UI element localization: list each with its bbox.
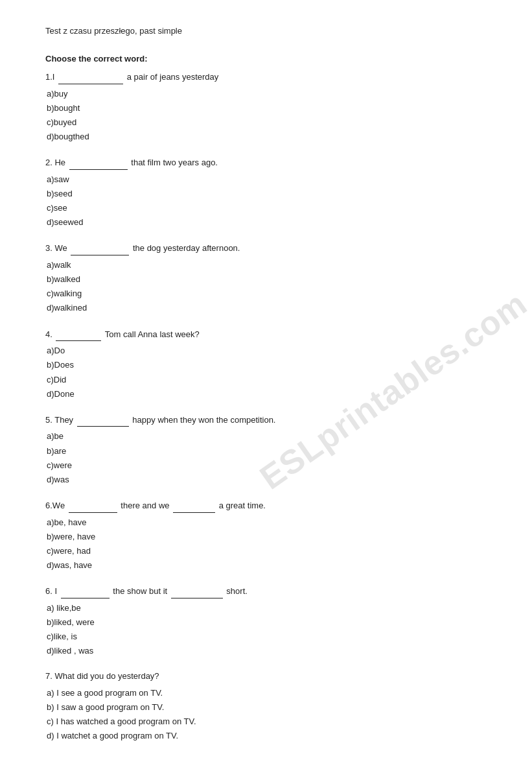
q1-option-b: b)bought bbox=[45, 101, 487, 115]
question-6b-text: 6. I the show but it short. bbox=[45, 584, 487, 598]
question-5-text: 5. They happy when they won the competit… bbox=[45, 413, 487, 427]
q1-option-d: d)bougthed bbox=[45, 130, 487, 144]
q3-option-c: c)walking bbox=[45, 287, 487, 301]
blank-6b-1 bbox=[61, 584, 110, 598]
blank-5-1 bbox=[77, 413, 129, 427]
q7-option-d: d) I watchet a good program on TV. bbox=[45, 729, 487, 743]
q6b-option-a: a) like,be bbox=[45, 601, 487, 615]
blank-6a-1 bbox=[69, 499, 117, 513]
q1-option-a: a)buy bbox=[45, 87, 487, 101]
q7-option-c: c) I has watched a good program on TV. bbox=[45, 715, 487, 729]
question-2: 2. He that film two years ago. a)saw b)s… bbox=[45, 156, 487, 230]
q6b-option-c: c)like, is bbox=[45, 630, 487, 644]
page-container: ESLprintables.com Test z czasu przeszłeg… bbox=[0, 0, 532, 758]
q3-option-d: d)walkined bbox=[45, 301, 487, 315]
question-6a: 6.We there and we a great time. a)be, ha… bbox=[45, 499, 487, 573]
blank-3-1 bbox=[71, 241, 129, 255]
q6b-option-d: d)liked , was bbox=[45, 644, 487, 658]
blank-6b-2 bbox=[171, 584, 223, 598]
q7-option-a: a) I see a good program on TV. bbox=[45, 686, 487, 700]
blank-1-1 bbox=[58, 70, 123, 84]
q6b-option-b: b)liked, were bbox=[45, 615, 487, 630]
section-heading: Choose the correct word: bbox=[45, 54, 487, 64]
page-title: Test z czasu przeszłego, past simple bbox=[45, 26, 487, 36]
q4-option-c: c)Did bbox=[45, 373, 487, 387]
q2-option-b: b)seed bbox=[45, 187, 487, 201]
question-1-text: 1.I a pair of jeans yesterday bbox=[45, 70, 487, 84]
question-5: 5. They happy when they won the competit… bbox=[45, 413, 487, 487]
q4-option-d: d)Done bbox=[45, 387, 487, 401]
question-7: 7. What did you do yesterday? a) I see a… bbox=[45, 670, 487, 743]
q2-option-d: d)seewed bbox=[45, 215, 487, 230]
q1-option-c: c)buyed bbox=[45, 115, 487, 130]
question-4: 4. Tom call Anna last week? a)Do b)Does … bbox=[45, 327, 487, 401]
question-2-text: 2. He that film two years ago. bbox=[45, 156, 487, 170]
q5-option-a: a)be bbox=[45, 429, 487, 444]
q4-option-a: a)Do bbox=[45, 344, 487, 358]
question-7-text: 7. What did you do yesterday? bbox=[45, 670, 487, 683]
q6a-option-a: a)be, have bbox=[45, 515, 487, 530]
blank-6a-2 bbox=[173, 499, 215, 513]
q7-option-b: b) I saw a good program on TV. bbox=[45, 700, 487, 715]
q3-option-a: a)walk bbox=[45, 258, 487, 272]
q3-option-b: b)walked bbox=[45, 272, 487, 287]
question-6b: 6. I the show but it short. a) like,be b… bbox=[45, 584, 487, 658]
question-6a-text: 6.We there and we a great time. bbox=[45, 499, 487, 513]
q2-option-a: a)saw bbox=[45, 172, 487, 187]
q5-option-c: c)were bbox=[45, 458, 487, 473]
q6a-option-c: c)were, had bbox=[45, 544, 487, 558]
q4-option-b: b)Does bbox=[45, 358, 487, 372]
q5-option-b: b)are bbox=[45, 444, 487, 458]
question-3: 3. We the dog yesterday afternoon. a)wal… bbox=[45, 241, 487, 315]
question-4-text: 4. Tom call Anna last week? bbox=[45, 327, 487, 342]
blank-2-1 bbox=[69, 156, 128, 170]
question-3-text: 3. We the dog yesterday afternoon. bbox=[45, 241, 487, 255]
q5-option-d: d)was bbox=[45, 473, 487, 487]
q2-option-c: c)see bbox=[45, 201, 487, 215]
q6a-option-d: d)was, have bbox=[45, 558, 487, 573]
question-1: 1.I a pair of jeans yesterday a)buy b)bo… bbox=[45, 70, 487, 144]
q6a-option-b: b)were, have bbox=[45, 530, 487, 544]
blank-4-1 bbox=[56, 327, 101, 342]
